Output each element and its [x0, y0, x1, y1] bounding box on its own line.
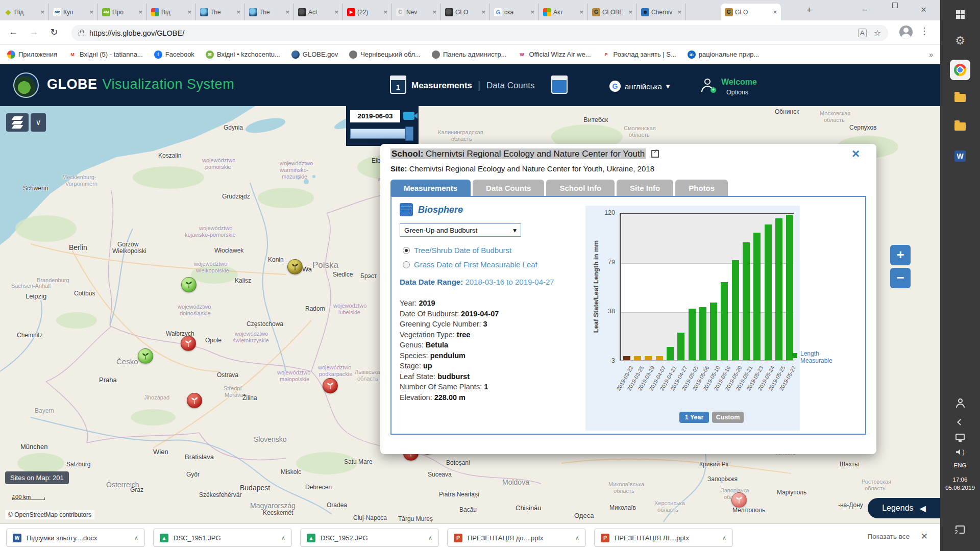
translate-icon[interactable]: A: [858, 29, 867, 37]
settings-taskbar-icon[interactable]: ⚙: [940, 31, 980, 51]
layers-button[interactable]: [6, 113, 29, 132]
bookmark-item[interactable]: Чернівецький обл...: [349, 51, 421, 59]
globe-logo[interactable]: [13, 72, 39, 98]
options-link[interactable]: Options: [726, 89, 748, 96]
language-indicator[interactable]: ENG: [940, 459, 980, 471]
tab-close-icon[interactable]: ×: [773, 8, 777, 16]
browser-tab[interactable]: Акт ×: [539, 4, 588, 20]
popup-tab[interactable]: Site Info: [617, 180, 673, 196]
tab-close-icon[interactable]: ×: [530, 8, 534, 16]
chart-bar[interactable]: [699, 307, 706, 360]
popup-close-icon[interactable]: ×: [852, 146, 860, 162]
download-caret-icon[interactable]: ∧: [575, 535, 579, 541]
bookmark-item[interactable]: Панель администр...: [432, 51, 507, 59]
chrome-menu-icon[interactable]: ⋮: [920, 26, 929, 37]
url-text[interactable]: https://vis.globe.gov/GLOBE/: [89, 29, 858, 37]
bookmark-item[interactable]: Р Розклад занять | S...: [602, 51, 676, 59]
browser-tab[interactable]: G ска ×: [490, 4, 539, 20]
bookmark-item[interactable]: M Вхідні (5) - tatianna...: [68, 51, 143, 59]
browser-tab[interactable]: G GLO ×: [721, 4, 781, 20]
chart-bar[interactable]: [786, 215, 793, 360]
popup-tab[interactable]: Measurements: [390, 180, 471, 196]
chart-bar[interactable]: [743, 242, 750, 360]
bookmark-item[interactable]: W Official Wizz Air we...: [518, 51, 591, 59]
layers-collapse-button[interactable]: ∨: [31, 113, 46, 132]
radio-unselected-icon[interactable]: [403, 261, 410, 268]
leaf-state-marker[interactable]: [634, 356, 641, 360]
leaf-state-marker[interactable]: [623, 356, 630, 360]
download-caret-icon[interactable]: ∧: [281, 535, 285, 541]
popup-tab[interactable]: Data Counts: [473, 180, 544, 196]
show-all-downloads-button[interactable]: Показать все: [868, 533, 910, 540]
map-canvas[interactable]: Schwerin Mecklenburg- Vorpommern wojewód…: [0, 106, 940, 523]
chrome-taskbar-icon[interactable]: [940, 58, 980, 82]
browser-tab[interactable]: G GLOBE ×: [588, 4, 637, 20]
site-marker[interactable]: [287, 259, 303, 274]
tab-close-icon[interactable]: ×: [383, 8, 387, 16]
timeline-slider-track[interactable]: [350, 129, 405, 139]
tab-close-icon[interactable]: ×: [40, 8, 44, 16]
leaf-state-marker[interactable]: [656, 356, 663, 360]
tab-close-icon[interactable]: ×: [236, 8, 240, 16]
browser-tab[interactable]: Cherniv ×: [637, 4, 686, 20]
tab-close-icon[interactable]: ×: [628, 8, 632, 16]
bookmark-item[interactable]: Приложения: [7, 51, 57, 59]
browser-tab[interactable]: 4M Про ×: [98, 4, 147, 20]
bookmarks-overflow-chevron[interactable]: »: [929, 51, 933, 59]
chart-bar[interactable]: [721, 282, 728, 360]
window-maximize-button[interactable]: [892, 3, 898, 8]
display-icon[interactable]: [940, 430, 980, 444]
window-minimize-button[interactable]: –: [863, 5, 867, 14]
tab-close-icon[interactable]: ×: [187, 8, 191, 16]
chart-bar[interactable]: [677, 333, 684, 360]
browser-tab[interactable]: The ×: [196, 4, 245, 20]
site-marker[interactable]: [731, 492, 747, 508]
word-taskbar-icon[interactable]: W: [940, 146, 980, 166]
browser-tab[interactable]: ◆ Під ×: [0, 4, 49, 20]
action-center-icon[interactable]: 2: [940, 519, 980, 540]
range-1-year-button[interactable]: 1 Year: [679, 412, 709, 423]
tab-close-icon[interactable]: ×: [89, 8, 93, 16]
tab-close-icon[interactable]: ×: [138, 8, 142, 16]
start-button[interactable]: [940, 4, 980, 24]
chart-bar[interactable]: [710, 303, 717, 360]
download-item[interactable]: W Підсумки зльоту....docx ∧: [6, 529, 145, 547]
window-close-button[interactable]: ×: [921, 4, 926, 15]
bookmark-item[interactable]: in раціональне прир...: [688, 51, 759, 59]
zoom-in-button[interactable]: +: [890, 245, 911, 265]
legends-button[interactable]: Legends ◀: [868, 498, 940, 518]
protocol-dropdown[interactable]: Green-Up and Budburst ▾: [400, 223, 521, 237]
timeline-slider-handle[interactable]: [405, 127, 413, 141]
folder-icon[interactable]: [940, 116, 980, 137]
forward-icon[interactable]: →: [28, 27, 40, 37]
popup-tab[interactable]: School Info: [546, 180, 615, 196]
refresh-icon[interactable]: ↻: [48, 27, 60, 38]
nav-measurements[interactable]: Measurements: [411, 81, 472, 91]
address-bar[interactable]: https://vis.globe.gov/GLOBE/ A ☆: [71, 25, 888, 41]
browser-tab[interactable]: Від ×: [147, 4, 196, 20]
bookmark-item[interactable]: f Facebook: [154, 51, 194, 59]
download-item[interactable]: ▲ DSC_1952.JPG ∧: [300, 529, 439, 547]
browser-tab[interactable]: ▶ (22) ×: [343, 4, 392, 20]
chart-bar[interactable]: [765, 224, 772, 360]
browser-tab[interactable]: GLO ×: [441, 4, 490, 20]
file-explorer-icon[interactable]: [940, 88, 980, 108]
volume-icon[interactable]: ): [940, 445, 980, 459]
tab-close-icon[interactable]: ×: [481, 8, 485, 16]
chart-bar[interactable]: [753, 233, 761, 360]
clock[interactable]: 17:06 05.06.2019: [940, 473, 980, 494]
bookmark-star-icon[interactable]: ☆: [874, 28, 881, 38]
download-caret-icon[interactable]: ∧: [722, 535, 726, 541]
tab-close-icon[interactable]: ×: [432, 8, 436, 16]
language-selector[interactable]: G англійська ▾: [609, 81, 670, 92]
leaf-state-marker[interactable]: [645, 356, 652, 360]
download-item[interactable]: P ПРЕЗЕНТАЦІЯ ЛІ....pptx ∧: [594, 529, 733, 547]
new-tab-button[interactable]: +: [806, 5, 812, 16]
browser-tab[interactable]: olx Куп ×: [49, 4, 98, 20]
people-icon[interactable]: [940, 394, 980, 412]
radio-grass[interactable]: Grass Date of First Measurable Leaf: [403, 260, 537, 269]
timeline-date-box[interactable]: 2019-06-03: [350, 110, 400, 122]
measurements-calendar-icon[interactable]: 1: [390, 76, 406, 94]
site-marker[interactable]: [181, 277, 197, 292]
hidden-icons-chevron[interactable]: [940, 415, 980, 429]
